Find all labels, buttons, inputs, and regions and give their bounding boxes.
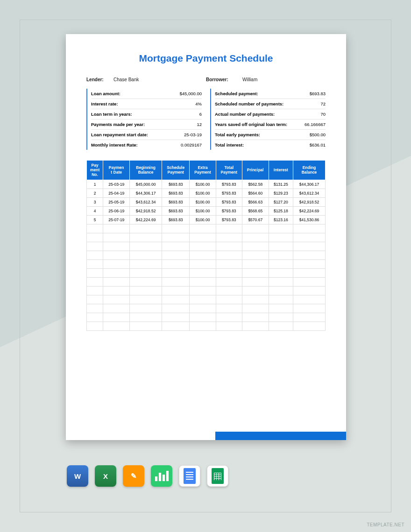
table-cell-empty xyxy=(103,322,130,331)
table-cell-empty xyxy=(162,224,190,233)
table-cell: $42,918.52 xyxy=(130,207,162,216)
table-cell-empty xyxy=(293,224,326,233)
table-cell-empty xyxy=(190,313,216,322)
table-cell: 25-06-19 xyxy=(103,207,130,216)
summary-value: 25-03-19 xyxy=(184,132,202,137)
table-cell-empty xyxy=(87,313,103,322)
summary-right: Scheduled payment:$693.83Scheduled numbe… xyxy=(210,89,326,150)
table-cell-empty xyxy=(242,251,269,260)
table-cell-empty xyxy=(130,278,162,287)
table-cell-empty xyxy=(269,242,293,251)
table-cell-empty xyxy=(162,260,190,269)
table-cell-empty xyxy=(87,260,103,269)
table-cell-empty xyxy=(216,269,242,278)
preview-frame: Mortgage Payment Schedule Lender: Chase … xyxy=(20,20,391,512)
summary-row: Actual number of payments:70 xyxy=(215,109,326,119)
table-cell: $42,224.69 xyxy=(130,216,162,224)
table-cell-empty xyxy=(269,287,293,295)
table-cell: $693.83 xyxy=(162,198,190,207)
table-cell-empty xyxy=(242,233,269,242)
summary-value: $693.83 xyxy=(310,91,326,96)
summary-row: Loan term in years:6 xyxy=(91,109,202,119)
summary-value: 70 xyxy=(320,112,326,117)
table-cell-empty xyxy=(293,260,326,269)
table-cell-empty xyxy=(216,322,242,331)
schedule-table: PaymentNo.Payment DateBeginningBalanceSc… xyxy=(86,160,326,331)
table-cell-empty xyxy=(216,313,242,322)
table-cell-empty xyxy=(190,233,216,242)
summary-row: Scheduled number of payments:72 xyxy=(215,99,326,109)
summary-key: Years saved off original loan term: xyxy=(215,122,287,127)
table-cell-empty xyxy=(87,224,103,233)
google-docs-icon[interactable] xyxy=(179,465,200,487)
table-cell-empty xyxy=(242,304,269,313)
table-cell-empty xyxy=(293,242,326,251)
table-cell-empty xyxy=(216,242,242,251)
numbers-icon[interactable] xyxy=(151,465,172,487)
column-header: Interest xyxy=(269,161,293,180)
table-cell-empty xyxy=(190,224,216,233)
google-sheets-icon[interactable] xyxy=(207,465,228,487)
table-cell: $43,612.34 xyxy=(293,189,326,198)
document-sheet: Mortgage Payment Schedule Lender: Chase … xyxy=(66,34,346,440)
lender-label: Lender: xyxy=(86,77,113,82)
table-cell-empty xyxy=(293,287,326,295)
excel-icon[interactable]: X xyxy=(95,465,116,487)
table-cell-empty xyxy=(190,278,216,287)
table-cell-empty xyxy=(130,260,162,269)
table-cell-empty xyxy=(216,278,242,287)
summary-key: Loan amount: xyxy=(91,91,120,96)
table-cell-empty xyxy=(130,304,162,313)
table-cell-empty xyxy=(130,295,162,304)
table-cell-empty xyxy=(242,313,269,322)
summary-value: 0.0029167 xyxy=(181,142,202,147)
table-cell: $693.83 xyxy=(162,189,190,198)
table-cell: $568.65 xyxy=(242,207,269,216)
table-cell-empty xyxy=(269,278,293,287)
table-cell-empty xyxy=(162,313,190,322)
table-cell-empty xyxy=(162,295,190,304)
table-row-empty xyxy=(87,269,326,278)
table-cell: 4 xyxy=(87,207,103,216)
table-cell: $693.83 xyxy=(162,207,190,216)
summary-key: Scheduled payment: xyxy=(215,91,258,96)
table-cell: 25-04-19 xyxy=(103,189,130,198)
table-row-empty xyxy=(87,278,326,287)
summary-value: $636.01 xyxy=(310,142,326,147)
column-header: ExtraPayment xyxy=(190,161,216,180)
column-header: TotalPayment xyxy=(216,161,242,180)
table-row: 525-07-19$42,224.69$693.83$100.00$793.83… xyxy=(87,216,326,224)
table-cell: $42,224.69 xyxy=(293,207,326,216)
table-cell-empty xyxy=(242,287,269,295)
summary-row: Loan amount:$45,000.00 xyxy=(91,89,202,99)
table-cell-empty xyxy=(162,304,190,313)
table-cell-empty xyxy=(293,295,326,304)
table-row-empty xyxy=(87,304,326,313)
borrower-value: William xyxy=(242,77,257,82)
document-title: Mortgage Payment Schedule xyxy=(86,53,326,64)
table-cell-empty xyxy=(269,295,293,304)
table-cell-empty xyxy=(216,287,242,295)
table-cell: $793.83 xyxy=(216,216,242,224)
table-row-empty xyxy=(87,313,326,322)
pages-icon[interactable]: ✎ xyxy=(123,465,144,487)
summary-row: Monthly interest Rate:0.0029167 xyxy=(91,140,202,150)
borrower-label: Borrower: xyxy=(206,77,242,82)
table-cell-empty xyxy=(242,322,269,331)
word-icon[interactable]: W xyxy=(67,465,88,487)
column-header: Principal xyxy=(242,161,269,180)
table-cell-empty xyxy=(162,278,190,287)
table-cell: 3 xyxy=(87,198,103,207)
table-cell: $100.00 xyxy=(190,216,216,224)
table-cell-empty xyxy=(269,260,293,269)
table-cell-empty xyxy=(242,269,269,278)
summary-value: $45,000.00 xyxy=(179,91,202,96)
summary-row: Scheduled payment:$693.83 xyxy=(215,89,326,99)
table-row: 125-03-19$45,000.00$693.83$100.00$793.83… xyxy=(87,180,326,189)
table-cell-empty xyxy=(293,269,326,278)
table-cell-empty xyxy=(190,251,216,260)
table-row-empty xyxy=(87,287,326,295)
summary-value: 72 xyxy=(320,101,326,106)
table-cell-empty xyxy=(130,224,162,233)
table-row: 225-04-19$44,306.17$693.83$100.00$793.83… xyxy=(87,189,326,198)
